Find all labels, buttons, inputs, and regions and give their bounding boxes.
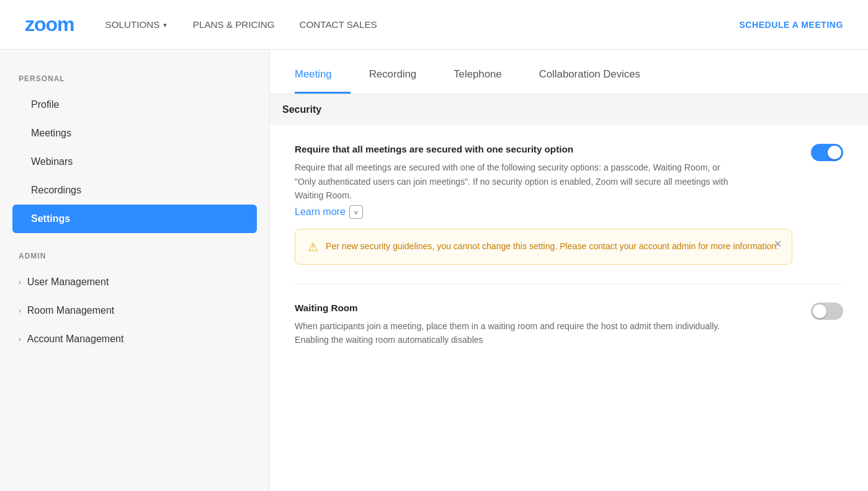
setting-row: Waiting Room When participants join a me… <box>295 303 843 347</box>
tab-meeting[interactable]: Meeting <box>295 50 351 94</box>
nav-solutions[interactable]: SOLUTIONS ▼ <box>105 19 168 30</box>
sidebar-item-settings[interactable]: Settings <box>12 205 257 233</box>
main-nav: SOLUTIONS ▼ PLANS & PRICING CONTACT SALE… <box>105 19 843 30</box>
chevron-right-icon: › <box>19 278 21 286</box>
page-layout: PERSONAL Profile Meetings Webinars Recor… <box>0 50 868 491</box>
learn-more-link[interactable]: Learn more <box>295 206 346 218</box>
tab-content: Security Require that all meetings are s… <box>270 94 868 366</box>
sidebar-item-meetings[interactable]: Meetings <box>0 119 269 148</box>
warning-close-button[interactable]: ✕ <box>774 238 782 250</box>
tab-collaboration-devices[interactable]: Collaboration Devices <box>521 50 659 94</box>
warning-banner: ⚠ Per new security guidelines, you canno… <box>295 229 792 265</box>
setting-info-waiting-room: Waiting Room When participants join a me… <box>295 303 792 347</box>
setting-info: Require that all meetings are secured wi… <box>295 144 792 265</box>
toggle-require-security[interactable] <box>811 144 843 161</box>
setting-row: Require that all meetings are secured wi… <box>295 144 843 265</box>
tab-recording[interactable]: Recording <box>351 50 436 94</box>
section-header-security: Security <box>270 94 868 125</box>
toggle-thumb <box>813 304 826 318</box>
toggle-thumb <box>828 146 841 159</box>
setting-desc-waiting-room: When participants join a meeting, place … <box>295 319 741 347</box>
chevron-right-icon: › <box>19 335 21 343</box>
nav-plans-pricing[interactable]: PLANS & PRICING <box>193 19 275 30</box>
toggle-waiting-room[interactable] <box>811 303 843 320</box>
sidebar-admin-label: ADMIN <box>0 252 269 268</box>
sidebar-item-profile[interactable]: Profile <box>0 91 269 119</box>
zoom-logo[interactable]: zoom <box>25 13 74 36</box>
setting-title-security: Require that all meetings are secured wi… <box>295 144 792 154</box>
tab-telephone[interactable]: Telephone <box>435 50 520 94</box>
warning-icon: ⚠ <box>308 240 318 254</box>
sidebar-item-account-management[interactable]: › Account Management <box>0 325 269 353</box>
learn-more-row: Learn more v <box>295 205 792 219</box>
sidebar-item-user-management[interactable]: › User Management <box>0 268 269 296</box>
sidebar: PERSONAL Profile Meetings Webinars Recor… <box>0 50 270 491</box>
setting-require-security: Require that all meetings are secured wi… <box>295 125 843 284</box>
chevron-right-icon: › <box>19 307 21 314</box>
sidebar-item-recordings[interactable]: Recordings <box>0 176 269 205</box>
main-content: Meeting Recording Telephone Collaboratio… <box>270 50 868 491</box>
sidebar-item-webinars[interactable]: Webinars <box>0 148 269 176</box>
sidebar-personal-label: PERSONAL <box>0 74 269 91</box>
setting-waiting-room: Waiting Room When participants join a me… <box>295 284 843 366</box>
warning-text: Per new security guidelines, you cannot … <box>326 239 779 254</box>
nav-contact-sales[interactable]: CONTACT SALES <box>300 19 377 30</box>
header: zoom SOLUTIONS ▼ PLANS & PRICING CONTACT… <box>0 0 868 50</box>
version-badge: v <box>349 205 363 219</box>
setting-desc-security: Require that all meetings are secured wi… <box>295 161 741 203</box>
sidebar-item-room-management[interactable]: › Room Management <box>0 296 269 325</box>
schedule-meeting-button[interactable]: SCHEDULE A MEETING <box>739 20 843 30</box>
settings-tabs: Meeting Recording Telephone Collaboratio… <box>270 50 868 94</box>
chevron-down-icon: ▼ <box>162 22 168 29</box>
setting-title-waiting-room: Waiting Room <box>295 303 792 313</box>
